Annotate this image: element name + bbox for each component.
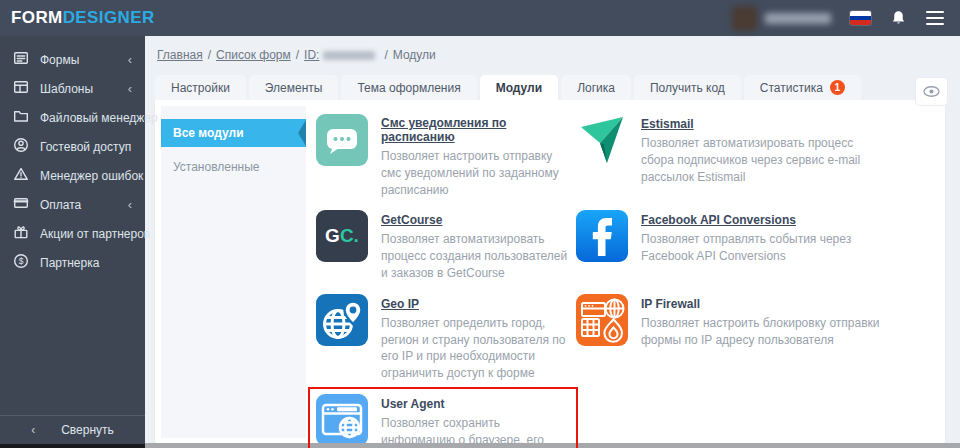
sidebar-item-label: Шаблоны [40,82,93,96]
sidebar-item-label: Менеджер ошибок [40,169,143,183]
form-id-blurred [323,51,375,60]
svg-text:$: $ [19,256,24,266]
module-card-user-agent[interactable]: User AgentПозволяет сохранить информацию… [316,394,568,448]
estismail-icon [576,114,628,166]
getcourse-icon: GC. [316,210,368,262]
module-nav-installed[interactable]: Установленные [161,147,306,187]
tab-badge: 1 [830,80,845,95]
module-description: Позволяет настроить отправку смс уведомл… [381,148,568,198]
sidebar-item-templates[interactable]: Шаблоны‹ [0,74,145,103]
tab-modules[interactable]: Модули [480,75,558,100]
sms-icon [316,114,368,166]
user-name-blurred [765,13,831,24]
breadcrumb-current: Модули [393,48,436,62]
chevron-left-icon: ‹ [128,198,132,211]
sidebar-item-label: Партнерка [40,256,99,270]
app-logo[interactable]: FORMDESIGNER [0,8,155,28]
error-manager-icon [13,166,29,185]
tab-label: Модули [496,81,542,95]
sidebar-item-label: Оплата [40,198,81,212]
sidebar-item-payment[interactable]: Оплата‹ [0,190,145,219]
tab-settings[interactable]: Настройки [155,75,246,100]
affiliate-icon: $ [13,253,29,272]
module-title[interactable]: GetCourse [381,213,442,227]
menu-icon[interactable] [926,11,944,25]
chevron-left-icon: ‹ [128,82,132,95]
form-tabs: НастройкиЭлементыТема оформленияМодулиЛо… [155,75,945,100]
chevron-left-icon: ‹ [128,53,132,66]
sidebar-item-forms[interactable]: Формы‹ [0,45,145,74]
top-bar: FORMDESIGNER [0,0,960,36]
sidebar: Формы‹Шаблоны‹Файловый менеджерГостевой … [0,36,145,448]
useragent-icon [316,394,368,446]
tab-label: Элементы [265,81,323,95]
modules-grid: Смс уведомления по расписаниюПозволяет н… [306,106,939,438]
module-card-getcourse[interactable]: GC.GetCourseПозволяет автоматизировать п… [316,210,568,281]
geoip-icon [316,294,368,346]
sidebar-item-label: Акции от партнеров [40,227,150,241]
eye-icon [922,85,941,98]
firewall-icon [576,294,628,346]
bottom-strip [145,443,960,448]
facebook-icon [576,210,628,262]
notifications-bell-icon[interactable] [890,9,907,27]
guest-access-icon [13,137,29,156]
avatar [732,6,757,31]
module-title[interactable]: Geo IP [381,297,419,311]
sidebar-item-partner-promos[interactable]: Акции от партнеров [0,219,145,248]
module-card-facebook-api-conversions[interactable]: Facebook API ConversionsПозволяет отправ… [576,210,939,281]
module-card-geo-ip[interactable]: Geo IPПозволяет определить город, регион… [316,294,568,382]
module-card-estismail[interactable]: EstismailПозволяет автоматизировать проц… [576,114,939,198]
module-description: Позволяет определить город, регион и стр… [381,315,568,382]
module-title[interactable]: User Agent [381,397,445,411]
module-title[interactable]: IP Firewall [641,297,700,311]
tab-logic[interactable]: Логика [561,75,631,100]
tab-label: Статистика [760,81,823,95]
module-description: Позволяет отправлять события через Faceb… [641,231,883,265]
breadcrumb-forms-list[interactable]: Список форм [216,48,291,62]
module-description: Позволяет настроить блокировку отправки … [641,315,883,349]
preview-form-button[interactable] [916,78,947,105]
content-area: Главная/Список форм/ID:/Модули Настройки… [145,36,960,448]
module-title[interactable]: Estismail [641,117,694,131]
module-nav-all-modules[interactable]: Все модули [161,119,306,147]
sidebar-item-label: Файловый менеджер [40,111,158,125]
breadcrumb-home[interactable]: Главная [157,48,203,62]
module-title[interactable]: Смс уведомления по расписанию [381,116,568,144]
module-card-sms-schedule[interactable]: Смс уведомления по расписаниюПозволяет н… [316,114,568,198]
collapse-sidebar-button[interactable]: ‹ Свернуть [0,415,145,444]
tab-label: Настройки [171,81,230,95]
tab-theme[interactable]: Тема оформления [341,75,476,100]
tab-label: Получить код [650,81,725,95]
templates-icon [13,79,29,98]
gift-icon [13,224,29,243]
module-description: Позволяет автоматизировать процесс созда… [381,231,568,281]
module-description: Позволяет автоматизировать процесс сбора… [641,135,883,185]
sidebar-item-affiliate[interactable]: $Партнерка [0,248,145,277]
tab-label: Логика [577,81,615,95]
user-account[interactable] [732,6,831,31]
breadcrumb-form-id[interactable]: ID: [304,48,319,62]
module-title[interactable]: Facebook API Conversions [641,213,796,227]
chevron-left-icon: ‹ [31,423,35,437]
bottom-strip-left [0,444,145,448]
language-flag-icon[interactable] [850,11,871,25]
tab-elements[interactable]: Элементы [249,75,339,100]
header-actions [732,6,960,31]
modules-panel: Все модулиУстановленные Смс уведомления … [155,100,945,444]
sidebar-nav: Формы‹Шаблоны‹Файловый менеджерГостевой … [0,36,145,277]
payment-icon [13,195,29,214]
breadcrumb: Главная/Список форм/ID:/Модули [155,45,945,75]
sidebar-item-file-manager[interactable]: Файловый менеджер [0,103,145,132]
file-manager-icon [13,108,29,127]
module-card-ip-firewall[interactable]: IP FirewallПозволяет настроить блокировк… [576,294,939,382]
sidebar-item-guest-access[interactable]: Гостевой доступ [0,132,145,161]
tab-statistics[interactable]: Статистика1 [744,75,861,100]
modules-filter-nav: Все модулиУстановленные [161,106,306,438]
tab-label: Тема оформления [357,81,460,95]
forms-icon [13,50,29,69]
tab-get-code[interactable]: Получить код [634,75,741,100]
sidebar-item-label: Формы [40,53,79,67]
sidebar-item-label: Гостевой доступ [40,140,131,154]
sidebar-item-error-manager[interactable]: Менеджер ошибок [0,161,145,190]
